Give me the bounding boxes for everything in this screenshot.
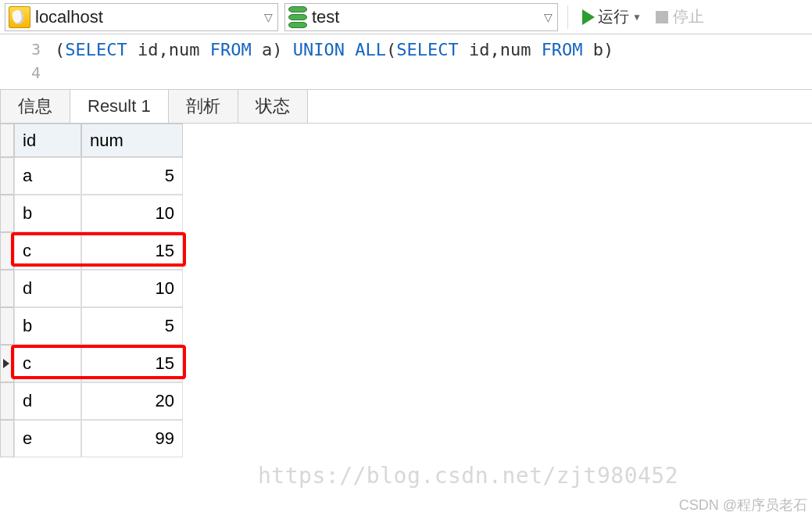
cell-num[interactable]: 5 xyxy=(81,307,183,345)
chevron-down-icon: ▽ xyxy=(544,11,553,23)
run-button[interactable]: 运行 ▼ xyxy=(578,6,646,27)
chevron-down-icon: ▽ xyxy=(264,11,273,23)
tab-result[interactable]: Result 1 xyxy=(70,90,169,124)
sql-editor[interactable]: 3 (SELECT id,num FROM a) UNION ALL(SELEC… xyxy=(0,34,812,89)
row-indicator xyxy=(0,232,14,270)
cell-id[interactable]: c xyxy=(14,232,81,270)
watermark-credit: CSDN @程序员老石 xyxy=(679,496,807,514)
table-row[interactable]: d20 xyxy=(0,382,812,420)
grid-header: id num xyxy=(0,123,812,157)
watermark-url: https://blog.csdn.net/zjt980452 xyxy=(258,463,678,489)
cell-num[interactable]: 99 xyxy=(81,420,183,457)
sql-line: 3 (SELECT id,num FROM a) UNION ALL(SELEC… xyxy=(0,38,812,61)
run-label: 运行 xyxy=(598,6,629,27)
database-dropdown[interactable]: test ▽ xyxy=(284,3,558,31)
chevron-down-icon: ▼ xyxy=(632,12,642,23)
row-indicator xyxy=(0,157,14,195)
cell-id[interactable]: c xyxy=(14,345,81,382)
tab-profile[interactable]: 剖析 xyxy=(168,90,238,124)
connection-label: localhost xyxy=(35,7,103,27)
database-icon xyxy=(288,6,307,28)
cell-num[interactable]: 10 xyxy=(81,195,183,232)
stop-label: 停止 xyxy=(673,6,704,27)
cell-id[interactable]: b xyxy=(14,195,81,232)
row-indicator xyxy=(0,195,14,232)
row-indicator xyxy=(0,382,14,420)
cell-num[interactable]: 15 xyxy=(81,232,183,270)
cell-id[interactable]: d xyxy=(14,270,81,307)
database-label: test xyxy=(312,7,339,27)
connection-dropdown[interactable]: localhost ▽ xyxy=(5,3,278,31)
table-row[interactable]: b10 xyxy=(0,195,812,232)
sql-text: (SELECT id,num FROM a) UNION ALL(SELECT … xyxy=(55,40,613,59)
cell-id[interactable]: e xyxy=(14,420,81,457)
column-header-num[interactable]: num xyxy=(81,124,183,157)
cell-num[interactable]: 20 xyxy=(81,382,183,420)
cell-num[interactable]: 5 xyxy=(81,157,183,195)
result-grid: id num a5b10c15d10b5c15d20e99 xyxy=(0,123,812,457)
connection-icon xyxy=(9,6,30,28)
cell-id[interactable]: b xyxy=(14,307,81,345)
cell-num[interactable]: 10 xyxy=(81,270,183,307)
row-indicator xyxy=(0,307,14,345)
table-row[interactable]: b5 xyxy=(0,307,812,345)
tab-info[interactable]: 信息 xyxy=(0,90,70,124)
row-indicator xyxy=(0,270,14,307)
table-row[interactable]: e99 xyxy=(0,420,812,457)
line-number: 4 xyxy=(0,63,55,82)
cell-id[interactable]: d xyxy=(14,382,81,420)
sql-line: 4 xyxy=(0,61,812,84)
row-indicator-header xyxy=(0,124,14,157)
play-icon xyxy=(582,9,595,25)
table-row[interactable]: c15 xyxy=(0,232,812,270)
row-indicator xyxy=(0,345,14,382)
table-row[interactable]: a5 xyxy=(0,157,812,195)
cell-id[interactable]: a xyxy=(14,157,81,195)
table-row[interactable]: c15 xyxy=(0,345,812,382)
stop-button[interactable]: 停止 xyxy=(653,6,707,27)
line-number: 3 xyxy=(0,40,55,59)
column-header-id[interactable]: id xyxy=(14,124,81,157)
toolbar: localhost ▽ test ▽ 运行 ▼ 停止 xyxy=(0,0,812,34)
tab-status[interactable]: 状态 xyxy=(238,90,308,124)
table-row[interactable]: d10 xyxy=(0,270,812,307)
cell-num[interactable]: 15 xyxy=(81,345,183,382)
result-tabs: 信息 Result 1 剖析 状态 xyxy=(0,89,812,124)
divider xyxy=(567,5,568,29)
row-indicator xyxy=(0,420,14,457)
stop-icon xyxy=(656,11,668,23)
